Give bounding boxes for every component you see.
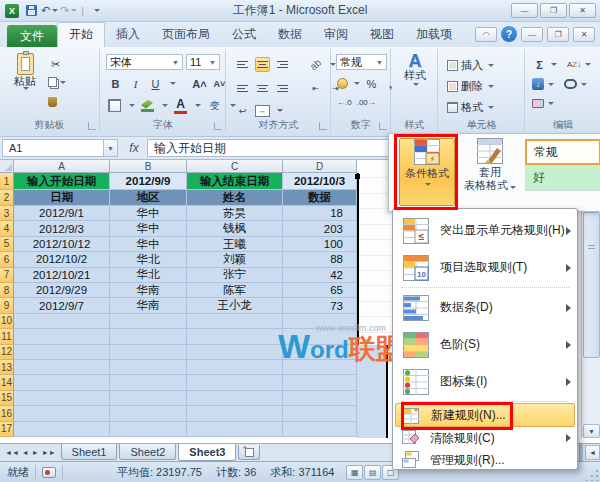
cell-D14[interactable] bbox=[283, 375, 357, 390]
fill-color-button[interactable] bbox=[141, 100, 154, 112]
cell-D5[interactable]: 100 bbox=[283, 237, 357, 252]
menu-item-5[interactable]: 图标集(I) bbox=[395, 363, 575, 400]
phonetic-button[interactable]: 变 bbox=[207, 98, 222, 113]
cell-style-1[interactable]: 常规 bbox=[525, 139, 600, 165]
cell-B13[interactable] bbox=[110, 360, 187, 375]
cell-B14[interactable] bbox=[110, 375, 187, 390]
orientation-button[interactable]: ab bbox=[305, 54, 326, 75]
cell-A16[interactable] bbox=[14, 406, 110, 421]
row-header-9[interactable]: 9 bbox=[0, 298, 14, 313]
selection-handle[interactable] bbox=[355, 174, 360, 179]
format-as-table-button[interactable]: 套用 表格格式 bbox=[461, 138, 519, 206]
doc-minimize-button[interactable]: — bbox=[521, 27, 543, 42]
font-name-select[interactable]: 宋体▼ bbox=[106, 54, 183, 70]
cell-C10[interactable] bbox=[187, 314, 283, 329]
cell-B5[interactable]: 华中 bbox=[110, 237, 187, 252]
cell-C9[interactable]: 王小龙 bbox=[187, 298, 283, 313]
decrease-decimal-button[interactable]: .00→ bbox=[357, 98, 376, 107]
menu-item-7[interactable]: 清除规则(C) bbox=[395, 427, 575, 449]
sort-filter-button[interactable]: AZ↓ bbox=[567, 60, 581, 69]
resize-grip[interactable] bbox=[586, 468, 599, 481]
alignment-dialog-launcher[interactable] bbox=[319, 122, 327, 130]
cell-B4[interactable]: 华中 bbox=[110, 221, 187, 236]
menu-item-6[interactable]: ✦新建规则(N)... bbox=[395, 403, 575, 427]
cell-D6[interactable]: 88 bbox=[283, 252, 357, 267]
number-format-select[interactable]: 常规▼ bbox=[336, 54, 387, 70]
cell-C17[interactable] bbox=[187, 422, 283, 437]
redo-button[interactable]: ↷ bbox=[60, 3, 77, 19]
autosum-button[interactable]: Σ bbox=[532, 57, 547, 72]
row-header-11[interactable]: 11 bbox=[0, 329, 14, 344]
cell-D1[interactable]: 2012/10/3 bbox=[283, 173, 357, 190]
grow-font-button[interactable]: A˄ bbox=[192, 76, 207, 91]
font-color-button[interactable]: A bbox=[174, 97, 187, 114]
ribbon-tab-1[interactable]: 开始 bbox=[57, 22, 105, 47]
decrease-indent-button[interactable]: ⇤ bbox=[308, 81, 323, 96]
delete-cells-button[interactable]: 删除 bbox=[461, 79, 483, 94]
close-button[interactable]: ✕ bbox=[569, 3, 596, 18]
cell-C7[interactable]: 张宁 bbox=[187, 268, 283, 283]
menu-item-8[interactable]: 管理规则(R)... bbox=[395, 449, 575, 471]
row-header-6[interactable]: 6 bbox=[0, 252, 14, 267]
column-header-B[interactable]: B bbox=[110, 160, 187, 173]
cell-B2[interactable]: 地区 bbox=[110, 190, 187, 206]
align-bottom-button[interactable] bbox=[275, 57, 290, 72]
cell-D16[interactable] bbox=[283, 406, 357, 421]
row-header-2[interactable]: 2 bbox=[0, 190, 14, 206]
row-header-17[interactable]: 17 bbox=[0, 422, 14, 437]
ribbon-tab-8[interactable]: 加载项 bbox=[405, 23, 463, 47]
cell-A2[interactable]: 日期 bbox=[14, 190, 110, 206]
sheet-tab-sheet3[interactable]: Sheet3 bbox=[178, 444, 236, 461]
cell-A4[interactable]: 2012/9/3 bbox=[14, 221, 110, 236]
cell-A12[interactable] bbox=[14, 345, 110, 360]
format-cells-button[interactable]: 格式 bbox=[461, 100, 483, 115]
copy-button[interactable] bbox=[48, 77, 66, 87]
row-header-10[interactable]: 10 bbox=[0, 314, 14, 329]
menu-item-1[interactable]: ≤突出显示单元格规则(H) bbox=[395, 212, 575, 249]
cell-D17[interactable] bbox=[283, 422, 357, 437]
cell-D4[interactable]: 203 bbox=[283, 221, 357, 236]
ribbon-collapse-button[interactable]: ◠ bbox=[475, 27, 497, 42]
ribbon-tab-3[interactable]: 页面布局 bbox=[151, 23, 221, 47]
cell-D8[interactable]: 65 bbox=[283, 283, 357, 298]
cell-C16[interactable] bbox=[187, 406, 283, 421]
sheet-tab-sheet2[interactable]: Sheet2 bbox=[119, 444, 176, 460]
cell-A13[interactable] bbox=[14, 360, 110, 375]
doc-close-button[interactable]: ✕ bbox=[573, 27, 595, 42]
prev-sheet-button[interactable]: ◄ bbox=[22, 449, 29, 456]
cell-A7[interactable]: 2012/10/21 bbox=[14, 268, 110, 283]
ribbon-tab-6[interactable]: 审阅 bbox=[313, 23, 359, 47]
cell-A3[interactable]: 2012/9/1 bbox=[14, 206, 110, 221]
cell-C8[interactable]: 陈军 bbox=[187, 283, 283, 298]
find-select-button[interactable] bbox=[564, 79, 577, 89]
name-box-dropdown[interactable]: ▼ bbox=[104, 139, 118, 157]
file-tab[interactable]: 文件 bbox=[7, 25, 57, 47]
cell-A9[interactable]: 2012/9/7 bbox=[14, 298, 110, 313]
cell-B1[interactable]: 2012/9/9 bbox=[110, 173, 187, 190]
row-header-7[interactable]: 7 bbox=[0, 268, 14, 283]
cell-styles-launcher-button[interactable]: A 样式 bbox=[397, 55, 433, 86]
name-box[interactable]: A1 bbox=[2, 139, 104, 157]
cell-C6[interactable]: 刘颖 bbox=[187, 252, 283, 267]
wrap-text-button[interactable]: ↩ bbox=[235, 103, 250, 118]
cut-button[interactable]: ✂ bbox=[48, 57, 63, 72]
percent-button[interactable]: % bbox=[364, 76, 379, 91]
help-button[interactable]: ? bbox=[501, 26, 517, 42]
bold-button[interactable]: B bbox=[108, 76, 123, 91]
cell-B9[interactable]: 华南 bbox=[110, 298, 187, 313]
cell-B8[interactable]: 华南 bbox=[110, 283, 187, 298]
tab-splitter[interactable] bbox=[579, 444, 583, 461]
italic-button[interactable]: I bbox=[128, 76, 143, 91]
cell-B3[interactable]: 华中 bbox=[110, 206, 187, 221]
cell-style-2[interactable]: 好 bbox=[525, 165, 600, 191]
align-right-button[interactable] bbox=[275, 81, 290, 96]
normal-view-button[interactable]: ▦ bbox=[346, 465, 363, 480]
first-sheet-button[interactable]: ◄◄ bbox=[5, 449, 19, 456]
cell-C2[interactable]: 姓名 bbox=[187, 190, 283, 206]
font-size-select[interactable]: 11▼ bbox=[186, 54, 220, 70]
cell-B12[interactable] bbox=[110, 345, 187, 360]
cell-A15[interactable] bbox=[14, 391, 110, 406]
column-header-C[interactable]: C bbox=[187, 160, 283, 173]
cell-C5[interactable]: 王曦 bbox=[187, 237, 283, 252]
ribbon-tab-4[interactable]: 公式 bbox=[221, 23, 267, 47]
